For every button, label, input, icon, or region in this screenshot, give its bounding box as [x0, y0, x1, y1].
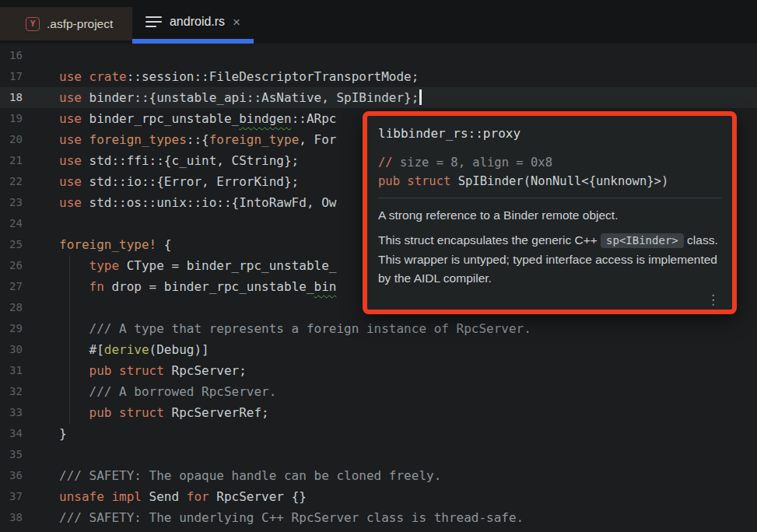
code-line[interactable]: 18use binder::{unstable_api::AsNative, S… [0, 87, 757, 108]
code-text: /// A type that represents a foreign ins… [59, 318, 531, 339]
code-text: /// SAFETY: The underlying C++ RpcServer… [59, 507, 524, 528]
code-text: pub struct RpcServer; [59, 360, 247, 381]
line-number: 31 [0, 360, 59, 381]
popup-size-comment: // size = 8, align = 0x8 [378, 153, 721, 172]
code-line[interactable]: 31 pub struct RpcServer; [0, 360, 757, 381]
project-file-type-icon: Y [26, 17, 40, 31]
popup-description: This struct encapsulates the generic C++… [378, 231, 721, 289]
tab-android-rs[interactable]: android.rs × [132, 0, 254, 44]
line-number: 35 [0, 444, 59, 465]
comment-text: size = 8, align = 0x8 [393, 156, 552, 170]
code-line[interactable]: 17use crate::session::FileDescriptorTran… [0, 66, 757, 87]
code-text: } [59, 423, 67, 444]
code-text: use std::ffi::{c_uint, CString}; [59, 150, 299, 171]
line-number: 37 [0, 486, 59, 507]
line-number: 32 [0, 381, 59, 402]
code-text: use foreign_types::{foreign_type, For [59, 129, 336, 150]
code-line[interactable]: 38/// SAFETY: The underlying C++ RpcServ… [0, 507, 757, 528]
line-number: 28 [0, 297, 59, 318]
line-number: 18 [0, 87, 59, 108]
code-text: unsafe impl Send for RpcServer {} [59, 486, 307, 507]
line-number: 34 [0, 423, 59, 444]
code-text: use crate::session::FileDescriptorTransp… [59, 66, 419, 87]
code-text: use binder_rpc_unstable_bindgen::ARpc [59, 108, 336, 129]
documentation-popup-content: libbinder_rs::proxy // size = 8, align =… [367, 116, 732, 310]
line-number: 19 [0, 108, 59, 129]
code-line[interactable]: 32 /// A borrowed RpcServer. [0, 381, 757, 402]
code-line[interactable]: 30 #[derive(Debug)] [0, 339, 757, 360]
code-line[interactable]: 35 [0, 444, 757, 465]
code-line[interactable]: 37unsafe impl Send for RpcServer {} [0, 486, 757, 507]
indent-guide [69, 255, 70, 423]
line-number: 16 [0, 45, 59, 66]
signature-rest: SpIBinder(NonNull<{unknown}>) [458, 174, 669, 188]
project-tab-label: .asfp-project [47, 17, 113, 31]
signature-keyword: pub struct [378, 174, 458, 188]
line-number: 38 [0, 507, 59, 528]
code-text: #[derive(Debug)] [59, 339, 209, 360]
line-number: 33 [0, 402, 59, 423]
line-number: 25 [0, 234, 59, 255]
comment-slashes: // [378, 156, 393, 170]
popup-signature: pub struct SpIBinder(NonNull<{unknown}>) [378, 172, 721, 191]
popup-divider [378, 198, 721, 198]
code-text: /// A borrowed RpcServer. [59, 381, 276, 402]
line-number: 27 [0, 276, 59, 297]
file-lines-icon [145, 16, 162, 27]
text-cursor [419, 89, 422, 105]
popup-summary: A strong reference to a Binder remote ob… [378, 206, 721, 224]
code-line[interactable]: 36/// SAFETY: The opaque handle can be c… [0, 465, 757, 486]
inline-code-chip: sp<IBinder> [601, 233, 684, 248]
code-text: /// SAFETY: The opaque handle can be clo… [59, 465, 441, 486]
code-line[interactable]: 29 /// A type that represents a foreign … [0, 318, 757, 339]
code-text: fn drop = binder_rpc_unstable_bin [59, 276, 336, 297]
description-text-1: This struct encapsulates the generic C++ [378, 233, 601, 247]
code-line[interactable]: 33 pub struct RpcServerRef; [0, 402, 757, 423]
tab-project[interactable]: Y .asfp-project [0, 7, 132, 40]
line-number: 17 [0, 66, 59, 87]
line-number: 23 [0, 192, 59, 213]
code-text: pub struct RpcServerRef; [59, 402, 269, 423]
line-number: 26 [0, 255, 59, 276]
code-line[interactable]: 16 [0, 45, 757, 66]
popup-module-path: libbinder_rs::proxy [378, 126, 721, 142]
tab-bar: Y .asfp-project android.rs × [0, 0, 757, 44]
line-number: 22 [0, 171, 59, 192]
line-number: 36 [0, 465, 59, 486]
documentation-popup: libbinder_rs::proxy // size = 8, align =… [363, 111, 737, 314]
code-text: type CType = binder_rpc_unstable_ [59, 255, 336, 276]
code-text: foreign_type! { [59, 234, 172, 255]
code-text: use std::os::unix::io::{IntoRawFd, Ow [59, 192, 336, 213]
code-text: use binder::{unstable_api::AsNative, SpI… [59, 87, 422, 108]
line-number: 29 [0, 318, 59, 339]
more-options-icon[interactable]: ⋮ [706, 293, 720, 306]
file-tab-label: android.rs [170, 15, 225, 29]
code-text: use std::io::{Error, ErrorKind}; [59, 171, 299, 192]
line-number: 21 [0, 150, 59, 171]
line-number: 30 [0, 339, 59, 360]
close-tab-icon[interactable]: × [233, 16, 240, 29]
code-line[interactable]: 34} [0, 423, 757, 444]
line-number: 24 [0, 213, 59, 234]
line-number: 20 [0, 129, 59, 150]
